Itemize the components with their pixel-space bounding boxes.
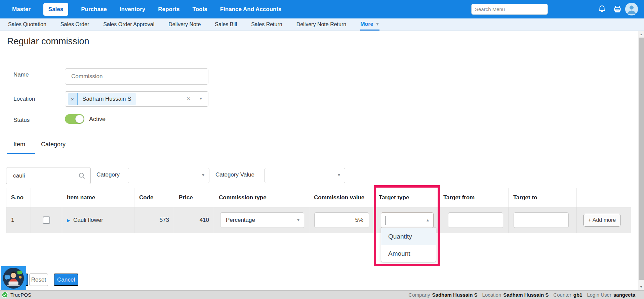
printer-icon[interactable]: [613, 5, 622, 13]
nav-purchase[interactable]: Purchase: [81, 6, 107, 13]
login-user-info: Login User sangeeta: [587, 292, 635, 298]
row-select-cell: [31, 207, 62, 233]
user-avatar[interactable]: [625, 3, 638, 15]
row-item-name-cell: ▶ Cauli flower: [62, 207, 134, 233]
location-info: Location Sadham Hussain S: [482, 292, 549, 298]
status-value-label: Active: [89, 116, 106, 123]
location-tag-label: Sadham Hussain S: [78, 93, 136, 105]
row-sno-cell: 1: [6, 207, 31, 233]
target-type-combobox[interactable]: ▴: [381, 212, 434, 228]
nav-sales[interactable]: Sales: [43, 3, 68, 16]
chevron-down-icon: ▾: [338, 172, 340, 178]
location-label: Location: [13, 96, 35, 102]
search-icon[interactable]: [78, 172, 86, 181]
category-select[interactable]: ▾: [128, 168, 209, 183]
nav-tools[interactable]: Tools: [193, 6, 207, 13]
chevron-down-icon: ▾: [297, 217, 299, 222]
row-target-from-cell: [439, 207, 509, 233]
col-header-sno: S.no: [6, 188, 31, 207]
subnav-more-label: More: [360, 21, 373, 27]
category-value-filter-label: Category Value: [215, 171, 254, 178]
company-info: Company Sadham Hussain S: [408, 292, 477, 298]
counter-info: Counter gb1: [553, 292, 582, 298]
commission-type-select[interactable]: Percentage ▾: [220, 212, 304, 228]
category-value-select[interactable]: ▾: [265, 168, 345, 183]
nav-master[interactable]: Master: [12, 6, 31, 13]
dropdown-option-quantity[interactable]: Quantity: [381, 228, 436, 245]
item-search-input[interactable]: cauli: [6, 167, 91, 184]
status-label: Status: [13, 117, 30, 123]
text-cursor: [386, 216, 386, 225]
col-header-target-type: Target type: [374, 188, 439, 207]
col-header-target-from: Target from: [439, 188, 509, 207]
row-checkbox[interactable]: [43, 216, 50, 224]
row-commission-value-cell: 5%: [309, 207, 374, 233]
cancel-button[interactable]: Cancel: [54, 273, 78, 286]
name-label: Name: [13, 71, 29, 78]
chat-avatar-icon: [2, 267, 25, 290]
col-header-target-to: Target to: [509, 188, 577, 207]
brand: TruePOS: [2, 292, 31, 298]
row-actions-cell: + Add more: [577, 207, 631, 233]
add-more-button[interactable]: + Add more: [583, 214, 620, 227]
commission-items-table: S.no Item name Code Price Commission typ…: [6, 188, 631, 233]
bell-icon[interactable]: [598, 5, 606, 13]
reset-button[interactable]: Reset: [29, 273, 48, 286]
scroll-up-icon[interactable]: ▲: [638, 32, 644, 37]
subnav-sales-order[interactable]: Sales Order: [61, 18, 89, 31]
col-header-commission-value: Commission value: [309, 188, 374, 207]
nav-finance-and-accounts[interactable]: Finance And Accounts: [220, 6, 282, 13]
item-search-value: cauli: [13, 172, 25, 179]
target-to-input[interactable]: [514, 212, 569, 228]
expand-row-icon[interactable]: ▶: [67, 218, 70, 223]
dropdown-option-amount[interactable]: Amount: [381, 245, 436, 262]
subnav-more[interactable]: More ▼: [360, 18, 379, 31]
scrollbar-thumb[interactable]: [639, 38, 644, 280]
subnav-delivery-note[interactable]: Delivery Note: [168, 18, 201, 31]
subnav-sales-bill[interactable]: Sales Bill: [215, 18, 237, 31]
subnav-sales-return[interactable]: Sales Return: [251, 18, 282, 31]
check-badge-icon: [2, 292, 8, 298]
row-target-to-cell: [509, 207, 577, 233]
vertical-scrollbar[interactable]: ▲ ▼: [638, 31, 644, 290]
subnav-sales-order-approval[interactable]: Sales Order Approval: [103, 18, 154, 31]
target-type-dropdown: Quantity Amount: [381, 228, 436, 262]
title-divider: [7, 58, 631, 58]
category-filter-label: Category: [96, 171, 120, 178]
toggle-knob: [75, 115, 84, 123]
chevron-down-icon: ▾: [202, 172, 204, 178]
nav-inventory[interactable]: Inventory: [120, 6, 146, 13]
nav-reports[interactable]: Reports: [158, 6, 179, 13]
status-toggle[interactable]: [65, 114, 84, 124]
chevron-down-icon[interactable]: ▾: [200, 96, 202, 101]
commission-type-value: Percentage: [226, 217, 255, 223]
status-bar: TruePOS Company Sadham Hussain S Locatio…: [0, 290, 644, 299]
scroll-down-icon[interactable]: ▼: [638, 284, 644, 290]
location-multiselect[interactable]: × Sadham Hussain S × ▾: [65, 91, 208, 107]
page-title: Regular commission: [7, 36, 89, 47]
chat-support-widget[interactable]: [1, 266, 26, 290]
target-from-input[interactable]: [448, 212, 503, 228]
company-label: Company: [408, 292, 430, 298]
session-info: Company Sadham Hussain S Location Sadham…: [408, 292, 635, 298]
name-input[interactable]: Commission: [65, 68, 208, 85]
col-header-price: Price: [174, 188, 214, 207]
remove-tag-icon[interactable]: ×: [68, 93, 77, 105]
row-commission-type-cell: Percentage ▾: [214, 207, 309, 233]
tab-category[interactable]: Category: [41, 141, 66, 148]
login-user-value: sangeeta: [613, 292, 635, 298]
clear-icon[interactable]: ×: [187, 95, 191, 103]
col-header-actions: [577, 188, 631, 207]
tab-divider: [7, 154, 631, 154]
col-header-code: Code: [134, 188, 174, 207]
subnav-sales-quotation[interactable]: Sales Quotation: [8, 18, 46, 31]
chevron-down-icon: ▼: [375, 21, 379, 27]
app-window: Master Sales Purchase Inventory Reports …: [0, 0, 644, 299]
search-menu-input[interactable]: [471, 4, 548, 15]
counter-value: gb1: [573, 292, 582, 298]
tab-item[interactable]: Item: [13, 141, 25, 148]
location-tag: × Sadham Hussain S: [68, 93, 136, 105]
brand-name: TruePOS: [10, 292, 31, 298]
subnav-delivery-note-return[interactable]: Delivery Note Return: [296, 18, 347, 31]
commission-value-input[interactable]: 5%: [314, 212, 369, 228]
